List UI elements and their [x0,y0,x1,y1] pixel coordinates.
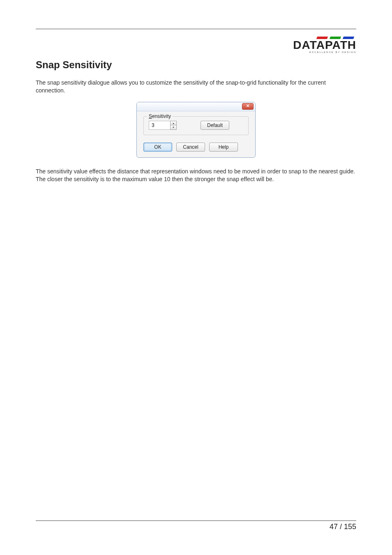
logo-container: DATAPATH EXCELLENCE BY DESIGN [36,37,356,53]
page-title: Snap Sensitivity [36,59,356,71]
dialog-figure: ✕ Sensitivity ▲ ▼ Default OK [36,102,356,158]
spinner-up-button[interactable]: ▲ [170,121,177,125]
dialog-footer: OK Cancel Help [137,138,255,157]
spinner-buttons: ▲ ▼ [170,121,177,130]
cancel-button[interactable]: Cancel [176,143,205,152]
logo-tagline: EXCELLENCE BY DESIGN [286,51,356,53]
snap-sensitivity-dialog: ✕ Sensitivity ▲ ▼ Default OK [136,102,256,158]
logo-text: DATAPATH [286,40,356,50]
datapath-logo: DATAPATH EXCELLENCE BY DESIGN [286,37,356,53]
footer-divider [36,520,356,521]
sensitivity-fieldset: Sensitivity ▲ ▼ Default [143,116,249,135]
sensitivity-legend: Sensitivity [147,113,173,119]
dialog-titlebar: ✕ [137,102,255,111]
help-button[interactable]: Help [209,143,238,152]
dialog-body: Sensitivity ▲ ▼ Default [137,111,255,138]
close-icon: ✕ [246,104,249,108]
page: DATAPATH EXCELLENCE BY DESIGN Snap Sensi… [0,0,392,555]
page-footer: 47 / 155 [36,520,356,531]
sensitivity-spinner: ▲ ▼ [149,121,177,130]
description-paragraph: The sensitivity value effects the distan… [36,168,356,183]
default-button[interactable]: Default [201,121,229,130]
close-button[interactable]: ✕ [242,103,254,110]
intro-paragraph: The snap sensitivity dialogue allows you… [36,79,356,94]
top-divider [36,29,356,29]
spinner-down-button[interactable]: ▼ [170,125,177,130]
sensitivity-input[interactable] [149,121,170,130]
ok-button[interactable]: OK [143,143,172,152]
page-number: 47 / 155 [36,523,356,531]
